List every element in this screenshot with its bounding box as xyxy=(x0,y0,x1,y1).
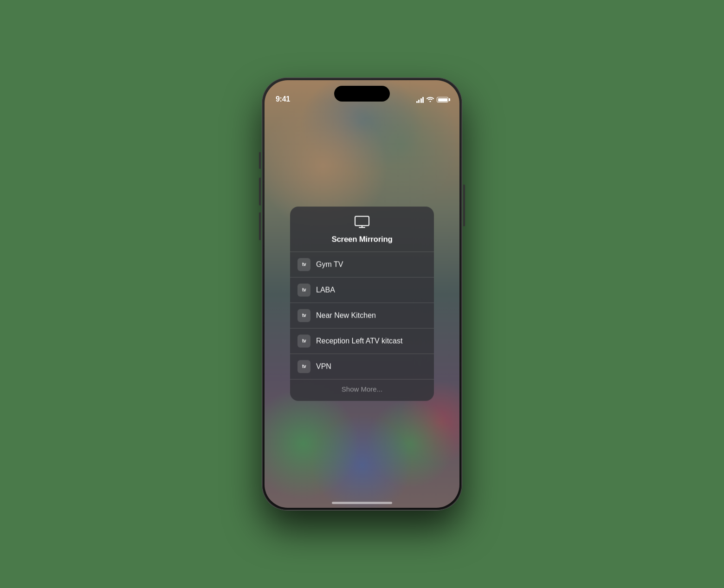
mute-button[interactable] xyxy=(259,152,261,169)
show-more-text: Show More... xyxy=(342,385,382,393)
appletv-icon-gym-tv: tv xyxy=(297,258,310,271)
battery-icon xyxy=(437,97,448,102)
device-list: tv Gym TV tv LABA tv Near New Kitchen xyxy=(290,251,434,379)
list-item-laba[interactable]: tv LABA xyxy=(290,277,434,302)
item-label-near-new-kitchen: Near New Kitchen xyxy=(316,311,376,320)
appletv-icon-vpn: tv xyxy=(297,360,310,373)
svg-rect-0 xyxy=(355,216,369,225)
status-icons xyxy=(416,96,449,103)
list-item-reception[interactable]: tv Reception Left ATV kitcast xyxy=(290,328,434,353)
list-item-near-new-kitchen[interactable]: tv Near New Kitchen xyxy=(290,302,434,328)
screen-mirroring-panel: Screen Mirroring tv Gym TV tv LABA xyxy=(290,206,434,401)
volume-up-button[interactable] xyxy=(259,178,261,205)
panel-header: Screen Mirroring xyxy=(290,206,434,251)
appletv-icon-near-new-kitchen: tv xyxy=(297,309,310,322)
list-item-gym-tv[interactable]: tv Gym TV xyxy=(290,251,434,277)
power-button[interactable] xyxy=(463,185,465,226)
panel-title: Screen Mirroring xyxy=(331,235,392,244)
volume-down-button[interactable] xyxy=(259,212,261,240)
home-indicator[interactable] xyxy=(332,502,392,504)
list-item-vpn[interactable]: tv VPN xyxy=(290,353,434,379)
signal-bars-icon xyxy=(416,97,424,103)
battery-fill xyxy=(438,98,447,102)
wifi-icon xyxy=(427,96,434,103)
phone-screen: 9:41 xyxy=(265,80,459,508)
item-label-gym-tv: Gym TV xyxy=(316,260,343,268)
phone-device: 9:41 xyxy=(262,78,462,510)
screen-mirroring-icon xyxy=(355,216,369,231)
appletv-icon-laba: tv xyxy=(297,283,310,296)
show-more-section[interactable]: Show More... xyxy=(290,379,434,401)
status-time: 9:41 xyxy=(276,95,290,103)
status-bar: 9:41 xyxy=(265,80,459,107)
item-label-reception: Reception Left ATV kitcast xyxy=(316,337,402,345)
item-label-laba: LABA xyxy=(316,286,335,294)
appletv-icon-reception: tv xyxy=(297,334,310,347)
item-label-vpn: VPN xyxy=(316,362,331,371)
